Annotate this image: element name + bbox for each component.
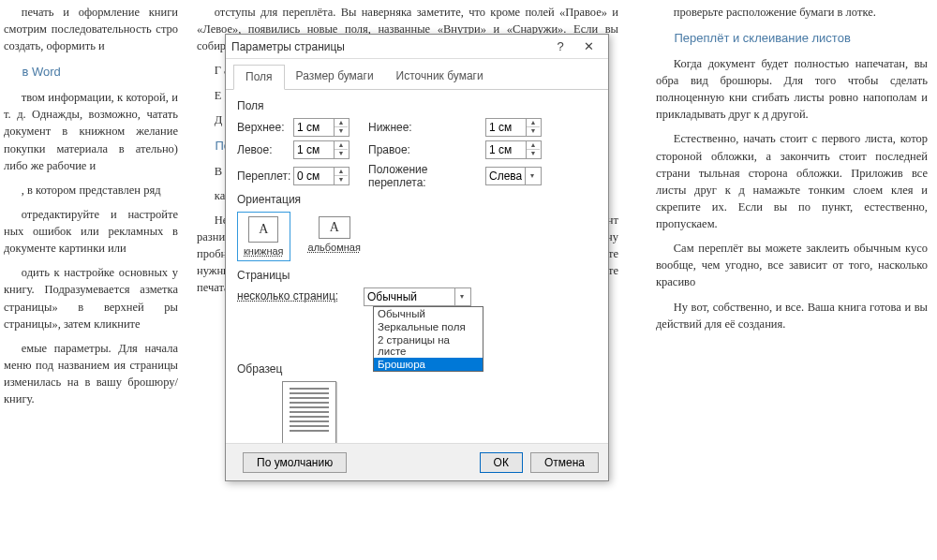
- tab-paper[interactable]: Размер бумаги: [285, 65, 385, 89]
- top-margin-input[interactable]: ▲▼: [293, 118, 350, 137]
- bottom-margin-label: Нижнее:: [368, 121, 485, 134]
- doc-column-left: печать и оформление книги смотрим послед…: [0, 0, 187, 560]
- tab-margins[interactable]: Поля: [233, 65, 285, 90]
- landscape-icon: [319, 216, 350, 239]
- preview-thumbnail: [282, 381, 336, 452]
- gutter-pos-select[interactable]: ▾: [485, 167, 542, 185]
- dropdown-option[interactable]: Зеркальные поля: [374, 320, 483, 333]
- orientation-label: Ориентация: [237, 193, 597, 206]
- dropdown-option[interactable]: Обычный: [374, 307, 483, 320]
- top-margin-label: Верхнее:: [237, 121, 293, 134]
- dropdown-option[interactable]: 2 страницы на листе: [374, 333, 483, 358]
- ok-button[interactable]: ОК: [480, 452, 523, 473]
- multi-pages-dropdown[interactable]: Обычный Зеркальные поля 2 страницы на ли…: [373, 306, 483, 372]
- bottom-margin-input[interactable]: ▲▼: [485, 118, 542, 137]
- chevron-down-icon[interactable]: ▾: [454, 288, 468, 305]
- multi-pages-select[interactable]: ▾: [364, 287, 471, 306]
- left-margin-label: Левое:: [237, 143, 293, 156]
- left-margin-input[interactable]: ▲▼: [293, 140, 350, 159]
- right-margin-input[interactable]: ▲▼: [485, 140, 542, 159]
- close-button[interactable]: ✕: [574, 39, 602, 53]
- dialog-title: Параметры страницы: [231, 40, 546, 53]
- cancel-button[interactable]: Отмена: [530, 452, 599, 473]
- portrait-icon: [248, 216, 278, 243]
- dialog-tabs: Поля Размер бумаги Источник бумаги: [226, 59, 608, 90]
- margins-group-label: Поля: [237, 99, 597, 112]
- tab-source[interactable]: Источник бумаги: [385, 65, 495, 89]
- help-button[interactable]: ?: [546, 39, 574, 53]
- orientation-landscape[interactable]: альбомная: [302, 212, 367, 261]
- gutter-pos-label: Положение переплета:: [368, 163, 485, 189]
- orientation-portrait[interactable]: книжная: [237, 212, 290, 261]
- pages-group-label: Страницы: [237, 269, 597, 282]
- gutter-input[interactable]: ▲▼: [293, 167, 350, 185]
- gutter-label: Переплет:: [237, 169, 293, 183]
- multi-pages-label: несколько страниц:: [237, 287, 364, 302]
- default-button[interactable]: По умолчанию: [243, 452, 347, 473]
- page-setup-dialog: Параметры страницы ? ✕ Поля Размер бумаг…: [225, 34, 609, 481]
- right-margin-label: Правое:: [368, 143, 485, 156]
- doc-column-right: проверьте расположение бумаги в лотке. П…: [628, 0, 937, 560]
- dropdown-option-selected[interactable]: Брошюра: [374, 358, 483, 371]
